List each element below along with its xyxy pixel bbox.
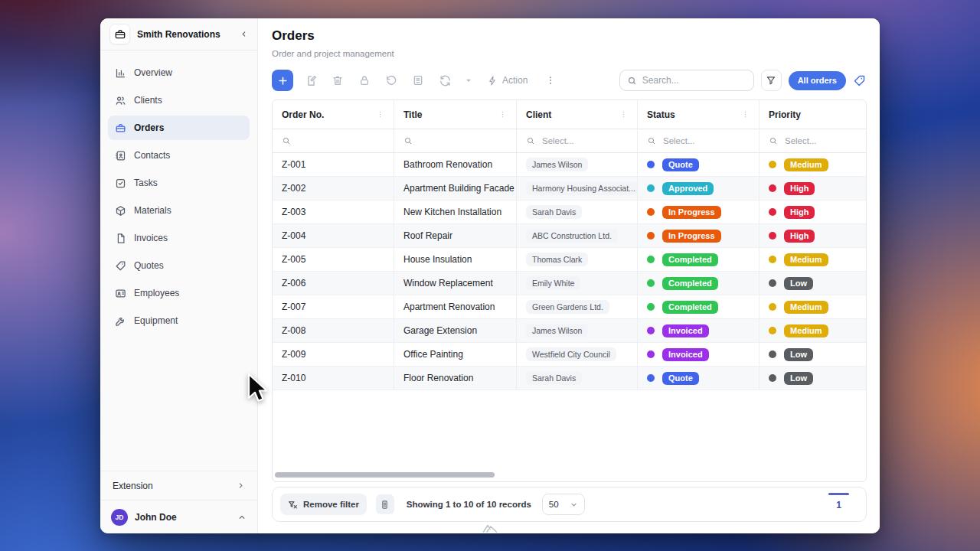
filter-priority[interactable]: Select... bbox=[760, 129, 866, 152]
horizontal-scrollbar[interactable] bbox=[275, 472, 495, 478]
pagination[interactable]: 1 bbox=[828, 493, 858, 510]
cell-client: James Wilson bbox=[517, 153, 638, 176]
sidebar-item-label: Materials bbox=[134, 205, 172, 216]
table-row[interactable]: Z-008 Garage Extension James Wilson Invo… bbox=[273, 319, 866, 343]
column-header-status[interactable]: Status bbox=[638, 100, 760, 129]
priority-badge: Medium bbox=[784, 253, 828, 266]
briefcase-icon bbox=[115, 122, 126, 134]
client-chip: Sarah Davis bbox=[526, 371, 582, 385]
bar-chart-icon bbox=[115, 67, 126, 79]
status-dot bbox=[647, 303, 655, 311]
cell-priority: High bbox=[760, 201, 866, 223]
column-menu-icon[interactable] bbox=[619, 110, 628, 119]
chevron-up-icon bbox=[237, 513, 247, 522]
table-row[interactable]: Z-009 Office Painting Westfield City Cou… bbox=[273, 343, 866, 367]
mountain-logo-icon bbox=[482, 524, 498, 533]
client-chip: ABC Construction Ltd. bbox=[526, 229, 618, 243]
column-menu-icon[interactable] bbox=[376, 110, 384, 119]
sidebar-item-materials[interactable]: Materials bbox=[108, 198, 250, 223]
cell-title: Floor Renovation bbox=[394, 367, 517, 390]
column-header-priority[interactable]: Priority bbox=[760, 100, 866, 129]
priority-badge: Low bbox=[784, 277, 813, 290]
cell-status: In Progress bbox=[638, 224, 760, 247]
cell-order-no: Z-003 bbox=[273, 201, 394, 223]
sidebar-item-employees[interactable]: Employees bbox=[108, 281, 250, 305]
refresh-icon[interactable] bbox=[436, 71, 454, 90]
column-header-order-no[interactable]: Order No. bbox=[273, 100, 394, 129]
all-orders-pill[interactable]: All orders bbox=[789, 71, 846, 90]
page-size-value: 50 bbox=[549, 500, 559, 509]
extension-label: Extension bbox=[113, 481, 153, 491]
bolt-icon bbox=[488, 76, 498, 86]
column-menu-icon[interactable] bbox=[498, 110, 507, 119]
sidebar-item-invoices[interactable]: Invoices bbox=[108, 226, 250, 250]
sidebar-item-orders[interactable]: Orders bbox=[108, 116, 250, 140]
priority-dot bbox=[769, 208, 776, 216]
status-badge: Quote bbox=[662, 158, 699, 171]
cell-client: Emily White bbox=[517, 272, 638, 295]
filter-order-no[interactable] bbox=[273, 129, 394, 152]
filter-status[interactable]: Select... bbox=[638, 129, 760, 152]
user-menu[interactable]: JD John Doe bbox=[100, 500, 257, 533]
sidebar-item-label: Equipment bbox=[134, 315, 178, 326]
history-icon[interactable] bbox=[382, 71, 400, 90]
priority-dot bbox=[769, 184, 776, 192]
column-label: Client bbox=[526, 109, 551, 120]
lock-icon[interactable] bbox=[355, 71, 374, 90]
client-chip: Emily White bbox=[526, 276, 580, 290]
activity-log-icon[interactable] bbox=[409, 71, 427, 90]
caret-down-icon[interactable] bbox=[462, 71, 475, 90]
record-log-button[interactable] bbox=[376, 494, 394, 514]
client-chip: Green Gardens Ltd. bbox=[526, 300, 609, 314]
filter-client[interactable]: Select... bbox=[517, 129, 638, 152]
status-dot bbox=[647, 374, 655, 382]
table-row[interactable]: Z-002 Apartment Building Facade Harmony … bbox=[273, 177, 866, 201]
cell-client: Sarah Davis bbox=[517, 367, 638, 390]
sidebar-item-extension[interactable]: Extension bbox=[100, 471, 257, 500]
table-row[interactable]: Z-007 Apartment Renovation Green Gardens… bbox=[273, 295, 866, 319]
action-button[interactable]: Action bbox=[488, 75, 528, 86]
sidebar-item-equipment[interactable]: Equipment bbox=[108, 308, 250, 333]
sidebar-item-quotes[interactable]: Quotes bbox=[108, 253, 250, 278]
cell-order-no: Z-002 bbox=[273, 177, 394, 200]
clipboard-list-icon bbox=[380, 500, 390, 510]
cell-status: In Progress bbox=[638, 201, 760, 223]
search-input[interactable] bbox=[642, 75, 727, 86]
trash-icon[interactable] bbox=[328, 71, 347, 90]
table-row[interactable]: Z-005 House Insulation Thomas Clark Comp… bbox=[273, 248, 866, 272]
cell-order-no: Z-001 bbox=[273, 153, 394, 176]
filter-button[interactable] bbox=[761, 70, 782, 91]
column-header-title[interactable]: Title bbox=[394, 100, 517, 129]
table-row[interactable]: Z-006 Window Replacement Emily White Com… bbox=[273, 272, 866, 295]
sidebar-item-clients[interactable]: Clients bbox=[108, 88, 250, 112]
page-size-select[interactable]: 50 bbox=[542, 494, 585, 515]
table-row[interactable]: Z-001 Bathroom Renovation James Wilson Q… bbox=[273, 153, 866, 177]
search-box[interactable] bbox=[619, 70, 754, 91]
status-dot bbox=[647, 279, 655, 287]
cell-priority: Medium bbox=[760, 295, 866, 318]
kebab-icon[interactable] bbox=[544, 75, 557, 86]
cell-title: Apartment Building Facade bbox=[394, 177, 517, 200]
table-header-row: Order No. Title Client Status bbox=[273, 100, 866, 129]
priority-badge: Medium bbox=[784, 301, 828, 314]
table-row[interactable]: Z-010 Floor Renovation Sarah Davis Quote… bbox=[273, 367, 866, 390]
column-header-client[interactable]: Client bbox=[517, 100, 638, 129]
column-label: Priority bbox=[769, 109, 801, 120]
briefcase-icon bbox=[114, 28, 126, 41]
filter-title[interactable] bbox=[394, 129, 517, 152]
sidebar-collapse-button[interactable] bbox=[240, 30, 248, 38]
column-menu-icon[interactable] bbox=[741, 110, 750, 119]
chevron-down-icon bbox=[570, 500, 578, 509]
sidebar-header: Smith Renovations bbox=[100, 18, 257, 51]
sidebar-item-tasks[interactable]: Tasks bbox=[108, 171, 250, 195]
priority-badge: Medium bbox=[784, 158, 828, 171]
desktop: Smith Renovations Overview Clients bbox=[0, 0, 980, 551]
remove-filter-button[interactable]: Remove filter bbox=[280, 494, 367, 515]
add-record-button[interactable] bbox=[272, 70, 293, 91]
table-row[interactable]: Z-004 Roof Repair ABC Construction Ltd. … bbox=[273, 224, 866, 248]
sidebar-item-contacts[interactable]: Contacts bbox=[108, 143, 250, 168]
file-pen-icon[interactable] bbox=[302, 71, 320, 90]
sidebar-item-overview[interactable]: Overview bbox=[108, 60, 250, 85]
table-row[interactable]: Z-003 New Kitchen Installation Sarah Dav… bbox=[273, 201, 866, 224]
tag-icon[interactable] bbox=[853, 74, 866, 87]
